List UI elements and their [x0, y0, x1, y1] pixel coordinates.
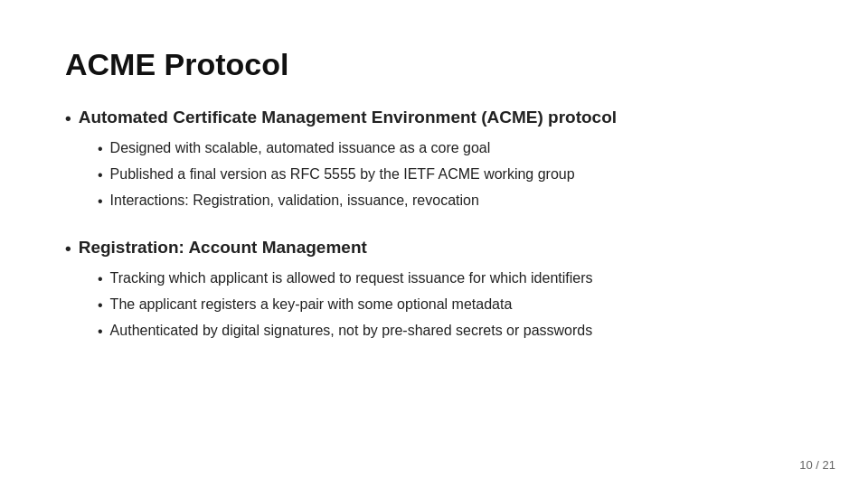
sub-bullets-2: • Tracking which applicant is allowed to…: [65, 267, 803, 343]
sub-bullet-1-3: • Interactions: Registration, validation…: [98, 190, 803, 212]
content-area: • Automated Certificate Management Envir…: [65, 108, 803, 452]
sub-bullets-1: • Designed with scalable, automated issu…: [65, 137, 803, 212]
sub-bullet-1-2-text: Published a final version as RFC 5555 by…: [110, 164, 575, 185]
bullet-dot-1: •: [65, 108, 71, 128]
slide-title: ACME Protocol: [65, 47, 803, 82]
sub-bullet-2-3: • Authenticated by digital signatures, n…: [98, 320, 803, 343]
sub-dot-1-3: •: [98, 191, 103, 212]
main-bullet-1: • Automated Certificate Management Envir…: [65, 108, 803, 128]
page-number: 10 / 21: [799, 458, 835, 472]
sub-dot-2-2: •: [98, 295, 103, 316]
bullet-dot-2: •: [65, 239, 71, 258]
sub-bullet-2-1-text: Tracking which applicant is allowed to r…: [110, 267, 593, 289]
sub-dot-1-2: •: [98, 164, 103, 186]
main-bullet-2-text: Registration: Account Management: [79, 238, 367, 258]
sub-bullet-2-1: • Tracking which applicant is allowed to…: [98, 267, 803, 290]
section-1: • Automated Certificate Management Envir…: [65, 108, 803, 212]
main-bullet-2: • Registration: Account Management: [65, 238, 803, 258]
sub-dot-1-1: •: [98, 138, 103, 160]
sub-bullet-2-2: • The applicant registers a key-pair wit…: [98, 294, 803, 316]
sub-bullet-1-2: • Published a final version as RFC 5555 …: [98, 164, 803, 186]
sub-bullet-2-2-text: The applicant registers a key-pair with …: [110, 294, 513, 315]
sub-dot-2-3: •: [98, 321, 103, 343]
slide: ACME Protocol • Automated Certificate Ma…: [0, 0, 868, 488]
sub-bullet-1-3-text: Interactions: Registration, validation, …: [110, 190, 479, 211]
sub-dot-2-1: •: [98, 268, 103, 290]
main-bullet-1-text: Automated Certificate Management Environ…: [79, 108, 617, 127]
section-2: • Registration: Account Management • Tra…: [65, 238, 803, 343]
sub-bullet-1-1: • Designed with scalable, automated issu…: [98, 137, 803, 160]
sub-bullet-1-1-text: Designed with scalable, automated issuan…: [110, 137, 491, 159]
sub-bullet-2-3-text: Authenticated by digital signatures, not…: [110, 320, 593, 342]
